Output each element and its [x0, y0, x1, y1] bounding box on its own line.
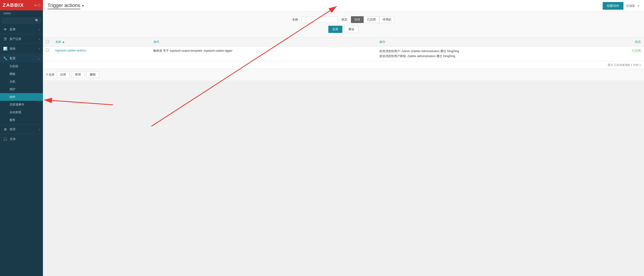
action-name-link[interactable]: logstash-zabbix-actions: [55, 49, 86, 52]
assets-chevron: ›: [39, 38, 40, 40]
monitor-chevron: ›: [39, 28, 40, 31]
conditions-italic: logstash-output-template: logstash-zabbi…: [170, 49, 232, 52]
filter-label: 过滤器: [626, 4, 635, 8]
row-conditions-cell: 触发器 等于 logstash-output-template: logstas…: [150, 46, 376, 61]
row-status-cell: 已启用: [604, 46, 644, 61]
nav-divider-4: [0, 124, 43, 125]
delete-button[interactable]: 删除: [86, 71, 99, 78]
sidebar-item-assets[interactable]: ☰ 资产记录 ›: [0, 35, 43, 43]
nav-section-admin: ⚙ 管理 ›: [0, 125, 43, 134]
sidebar-header: ZABBIX ‹‹ □: [0, 0, 43, 10]
topbar-right: 创建动作 过滤器 ▿: [603, 2, 640, 10]
reports-chevron: ›: [39, 47, 40, 50]
nav-divider-3: [0, 53, 43, 53]
nav-divider-5: [0, 134, 43, 134]
collapse-icon[interactable]: ‹‹: [34, 3, 37, 7]
disable-button[interactable]: 禁用: [72, 71, 84, 78]
sidebar-username: zabbix: [0, 10, 43, 16]
sidebar-item-reports-label: 报表: [10, 47, 16, 51]
sidebar-item-services[interactable]: 服务: [0, 116, 43, 124]
table-header-row: 名称 ▲ 条件 操作 状态: [43, 38, 644, 46]
sidebar-item-reports[interactable]: 📊 报表 ›: [0, 45, 43, 53]
search-icon: 🔍: [35, 19, 39, 22]
monitor-icon: 👁: [3, 27, 7, 31]
admin-icon: ⚙: [3, 128, 7, 132]
admin-chevron: ›: [39, 128, 40, 131]
actions-table: 名称 ▲ 条件 操作 状态 logstash-zabbix-actions: [43, 38, 644, 61]
row-checkbox[interactable]: [46, 49, 49, 52]
sidebar-item-monitor-label: 监测: [10, 27, 15, 31]
sidebar-search-container: 🔍: [0, 16, 43, 25]
filter-name-input[interactable]: [302, 17, 338, 23]
sidebar-item-host-groups[interactable]: 主机组: [0, 62, 43, 70]
page-title: Trigger actions: [48, 2, 80, 9]
fullscreen-icon[interactable]: □: [38, 3, 40, 7]
filter-row-name: 名称 状态 任何 已启用 停用的: [50, 16, 637, 23]
sidebar-item-templates[interactable]: 模板: [0, 70, 43, 78]
nav-section-monitor: 👁 监测 ›: [0, 25, 43, 33]
enable-button[interactable]: 启用: [57, 71, 69, 78]
status-btn-any[interactable]: 任何: [351, 16, 364, 23]
content-area: 名称 状态 任何 已启用 停用的 应用 重设: [43, 12, 644, 276]
row-checkbox-cell: [43, 46, 52, 61]
main-content: Trigger actions ▾ 创建动作 过滤器 ▿ 名称 状态 任何 已启…: [43, 0, 644, 276]
create-action-button[interactable]: 创建动作: [603, 2, 624, 10]
sidebar-item-support-label: 支持: [10, 137, 16, 141]
sidebar-header-icons: ‹‹ □: [34, 3, 40, 7]
row-name-cell: logstash-zabbix-actions: [52, 46, 150, 61]
status-badge[interactable]: 已启用: [632, 49, 641, 52]
sidebar-item-monitor[interactable]: 👁 监测 ›: [0, 25, 43, 33]
sidebar-item-admin-label: 管理: [10, 128, 15, 132]
nav-section-support: 🎧 支持: [0, 135, 43, 143]
nav-section-assets: ☰ 资产记录 ›: [0, 35, 43, 43]
support-icon: 🎧: [3, 137, 8, 141]
selected-count: 0 选择: [46, 73, 54, 77]
filter-status-group: 任何 已启用 停用的: [351, 16, 395, 23]
status-btn-disabled[interactable]: 停用的: [379, 16, 395, 23]
config-chevron: ⌄: [38, 57, 40, 60]
sidebar-item-admin[interactable]: ⚙ 管理 ›: [0, 125, 43, 134]
filter-apply-button[interactable]: 应用: [328, 26, 342, 33]
config-icon: 🔧: [3, 56, 8, 60]
sidebar-item-event-correlation[interactable]: 关联项事件: [0, 101, 43, 109]
filter-name-label: 名称: [292, 17, 298, 22]
filter-actions: 应用 重设: [50, 26, 637, 33]
sidebar-item-maintenance[interactable]: 维护: [0, 85, 43, 93]
filter-panel: 名称 状态 任何 已启用 停用的 应用 重设: [43, 12, 644, 38]
th-name[interactable]: 名称 ▲: [52, 38, 150, 46]
th-operations: 操作: [376, 38, 604, 46]
zabbix-logo: ZABBIX: [3, 2, 24, 8]
operation-line-1: 发送消息给用户: Admin (Zabbix Administrator) 通过…: [380, 49, 601, 54]
filter-status-label: 状态: [342, 17, 347, 22]
assets-icon: ☰: [3, 37, 7, 41]
th-status: 状态: [604, 38, 644, 46]
filter-reset-button[interactable]: 重设: [344, 26, 358, 33]
operation-line-2: 发送消息给用户群组: Zabbix administrators 通过 Ding…: [380, 54, 601, 59]
sidebar-item-assets-label: 资产记录: [10, 37, 21, 41]
sidebar-item-config-label: 配置: [10, 56, 16, 60]
th-checkbox: [43, 38, 52, 46]
select-all-checkbox[interactable]: [46, 40, 49, 43]
sidebar-item-hosts[interactable]: 主机: [0, 78, 43, 85]
pagination-text: 显示 已自动发现的 1 中的 1: [608, 63, 641, 67]
filter-icon[interactable]: ▿: [638, 3, 640, 8]
status-btn-enabled[interactable]: 已启用: [364, 16, 379, 23]
nav-section-config: 🔧 配置 ⌄ 主机组 模板 主机 维护 动作 关联项事件 自动发现 服务: [0, 54, 43, 124]
sidebar-item-discovery[interactable]: 自动发现: [0, 109, 43, 116]
row-operations-cell: 发送消息给用户: Admin (Zabbix Administrator) 通过…: [376, 46, 604, 61]
pagination-row: 显示 已自动发现的 1 中的 1: [43, 61, 644, 69]
page-title-dropdown-icon[interactable]: ▾: [82, 3, 84, 8]
topbar: Trigger actions ▾ 创建动作 过滤器 ▿: [43, 0, 644, 12]
sidebar-item-actions[interactable]: 动作: [0, 93, 43, 101]
table-row: logstash-zabbix-actions 触发器 等于 logstash-…: [43, 46, 644, 61]
table-container: 名称 ▲ 条件 操作 状态 logstash-zabbix-actions: [43, 38, 644, 69]
bottom-bar: 0 选择 启用 禁用 删除: [43, 69, 644, 80]
sidebar-item-support[interactable]: 🎧 支持: [0, 135, 43, 143]
sidebar: ZABBIX ‹‹ □ zabbix 🔍 👁 监测 › ☰ 资产记录 › 📊 报…: [0, 0, 43, 276]
nav-section-reports: 📊 报表 ›: [0, 45, 43, 53]
nav-divider-2: [0, 43, 43, 44]
sidebar-item-config[interactable]: 🔧 配置 ⌄: [0, 54, 43, 62]
page-title-area: Trigger actions ▾: [48, 2, 84, 9]
conditions-text: 触发器 等于 logstash-output-template: logstas…: [154, 49, 232, 52]
reports-icon: 📊: [3, 47, 8, 51]
